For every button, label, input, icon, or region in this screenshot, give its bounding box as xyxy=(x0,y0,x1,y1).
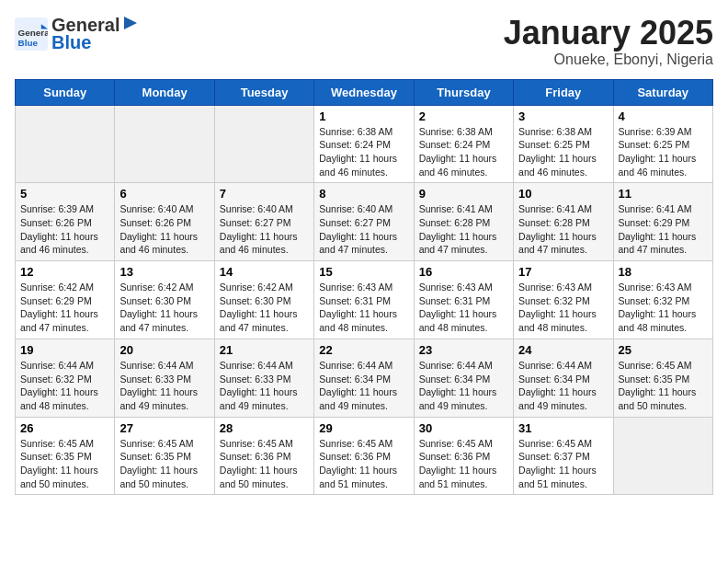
day-cell: 27Sunrise: 6:45 AM Sunset: 6:35 PM Dayli… xyxy=(115,417,214,495)
weekday-header-thursday: Thursday xyxy=(414,79,513,105)
day-info: Sunrise: 6:44 AM Sunset: 6:33 PM Dayligh… xyxy=(220,359,309,413)
day-cell: 18Sunrise: 6:43 AM Sunset: 6:32 PM Dayli… xyxy=(613,261,712,339)
page-header: General Blue General Blue January 2025 O… xyxy=(15,15,713,68)
day-cell: 13Sunrise: 6:42 AM Sunset: 6:30 PM Dayli… xyxy=(115,261,214,339)
day-cell: 26Sunrise: 6:45 AM Sunset: 6:35 PM Dayli… xyxy=(16,417,115,495)
day-cell: 30Sunrise: 6:45 AM Sunset: 6:36 PM Dayli… xyxy=(414,417,513,495)
day-number: 24 xyxy=(518,343,608,357)
calendar-table: SundayMondayTuesdayWednesdayThursdayFrid… xyxy=(15,79,713,496)
day-info: Sunrise: 6:40 AM Sunset: 6:27 PM Dayligh… xyxy=(319,202,408,257)
day-number: 13 xyxy=(119,265,209,279)
week-row-5: 26Sunrise: 6:45 AM Sunset: 6:35 PM Dayli… xyxy=(16,417,713,495)
day-number: 4 xyxy=(619,109,708,123)
calendar-title: January 2025 xyxy=(504,15,713,52)
logo-icon: General Blue xyxy=(15,17,48,51)
day-number: 12 xyxy=(20,265,109,279)
day-number: 25 xyxy=(619,343,708,357)
day-number: 2 xyxy=(419,109,508,123)
day-number: 15 xyxy=(319,265,408,279)
day-number: 1 xyxy=(319,109,408,123)
day-info: Sunrise: 6:45 AM Sunset: 6:36 PM Dayligh… xyxy=(419,437,508,491)
weekday-header-sunday: Sunday xyxy=(16,79,115,105)
day-cell: 9Sunrise: 6:41 AM Sunset: 6:28 PM Daylig… xyxy=(414,183,513,261)
day-cell: 23Sunrise: 6:44 AM Sunset: 6:34 PM Dayli… xyxy=(414,339,513,417)
day-number: 8 xyxy=(319,187,408,201)
day-info: Sunrise: 6:38 AM Sunset: 6:24 PM Dayligh… xyxy=(419,125,508,179)
day-cell: 11Sunrise: 6:41 AM Sunset: 6:29 PM Dayli… xyxy=(613,183,712,261)
weekday-header-friday: Friday xyxy=(514,79,613,105)
day-number: 14 xyxy=(220,265,309,279)
day-number: 29 xyxy=(319,421,408,435)
day-info: Sunrise: 6:44 AM Sunset: 6:34 PM Dayligh… xyxy=(319,359,408,413)
week-row-4: 19Sunrise: 6:44 AM Sunset: 6:32 PM Dayli… xyxy=(16,339,713,417)
day-number: 10 xyxy=(518,187,608,201)
day-number: 9 xyxy=(419,187,508,201)
day-info: Sunrise: 6:38 AM Sunset: 6:25 PM Dayligh… xyxy=(518,125,608,179)
day-cell xyxy=(613,417,712,495)
day-info: Sunrise: 6:44 AM Sunset: 6:33 PM Dayligh… xyxy=(119,359,209,413)
day-cell: 20Sunrise: 6:44 AM Sunset: 6:33 PM Dayli… xyxy=(115,339,214,417)
day-number: 18 xyxy=(619,265,708,279)
day-cell: 21Sunrise: 6:44 AM Sunset: 6:33 PM Dayli… xyxy=(214,339,313,417)
week-row-2: 5Sunrise: 6:39 AM Sunset: 6:26 PM Daylig… xyxy=(16,183,713,261)
day-cell: 6Sunrise: 6:40 AM Sunset: 6:26 PM Daylig… xyxy=(115,183,214,261)
logo: General Blue General Blue xyxy=(15,15,137,53)
day-info: Sunrise: 6:43 AM Sunset: 6:31 PM Dayligh… xyxy=(419,281,508,335)
day-cell: 15Sunrise: 6:43 AM Sunset: 6:31 PM Dayli… xyxy=(314,261,414,339)
day-cell: 28Sunrise: 6:45 AM Sunset: 6:36 PM Dayli… xyxy=(214,417,313,495)
day-info: Sunrise: 6:45 AM Sunset: 6:36 PM Dayligh… xyxy=(319,437,408,491)
day-info: Sunrise: 6:43 AM Sunset: 6:32 PM Dayligh… xyxy=(619,281,708,335)
day-cell: 16Sunrise: 6:43 AM Sunset: 6:31 PM Dayli… xyxy=(414,261,513,339)
day-info: Sunrise: 6:40 AM Sunset: 6:26 PM Dayligh… xyxy=(119,202,209,257)
day-info: Sunrise: 6:45 AM Sunset: 6:35 PM Dayligh… xyxy=(619,359,708,413)
day-cell: 12Sunrise: 6:42 AM Sunset: 6:29 PM Dayli… xyxy=(16,261,115,339)
day-info: Sunrise: 6:39 AM Sunset: 6:26 PM Dayligh… xyxy=(20,202,109,257)
day-info: Sunrise: 6:42 AM Sunset: 6:30 PM Dayligh… xyxy=(220,281,309,335)
day-number: 22 xyxy=(319,343,408,357)
day-cell: 25Sunrise: 6:45 AM Sunset: 6:35 PM Dayli… xyxy=(613,339,712,417)
day-info: Sunrise: 6:38 AM Sunset: 6:24 PM Dayligh… xyxy=(319,125,408,179)
day-number: 28 xyxy=(220,421,309,435)
week-row-3: 12Sunrise: 6:42 AM Sunset: 6:29 PM Dayli… xyxy=(16,261,713,339)
weekday-header-wednesday: Wednesday xyxy=(314,79,414,105)
day-cell: 14Sunrise: 6:42 AM Sunset: 6:30 PM Dayli… xyxy=(214,261,313,339)
day-info: Sunrise: 6:41 AM Sunset: 6:28 PM Dayligh… xyxy=(419,202,508,257)
day-info: Sunrise: 6:45 AM Sunset: 6:36 PM Dayligh… xyxy=(220,437,309,491)
day-info: Sunrise: 6:43 AM Sunset: 6:31 PM Dayligh… xyxy=(319,281,408,335)
day-cell: 3Sunrise: 6:38 AM Sunset: 6:25 PM Daylig… xyxy=(514,105,613,183)
day-info: Sunrise: 6:45 AM Sunset: 6:35 PM Dayligh… xyxy=(119,437,209,491)
day-number: 17 xyxy=(518,265,608,279)
day-info: Sunrise: 6:40 AM Sunset: 6:27 PM Dayligh… xyxy=(220,202,309,257)
day-number: 11 xyxy=(619,187,708,201)
day-cell xyxy=(115,105,214,183)
day-number: 7 xyxy=(220,187,309,201)
day-number: 20 xyxy=(119,343,209,357)
day-number: 27 xyxy=(119,421,209,435)
day-number: 21 xyxy=(220,343,309,357)
title-block: January 2025 Onueke, Ebonyi, Nigeria xyxy=(504,15,713,68)
svg-text:Blue: Blue xyxy=(18,38,39,48)
day-cell: 1Sunrise: 6:38 AM Sunset: 6:24 PM Daylig… xyxy=(314,105,414,183)
day-info: Sunrise: 6:41 AM Sunset: 6:28 PM Dayligh… xyxy=(518,202,608,257)
day-info: Sunrise: 6:41 AM Sunset: 6:29 PM Dayligh… xyxy=(619,202,708,257)
svg-marker-4 xyxy=(124,17,137,29)
day-number: 23 xyxy=(419,343,508,357)
day-cell: 2Sunrise: 6:38 AM Sunset: 6:24 PM Daylig… xyxy=(414,105,513,183)
weekday-header-monday: Monday xyxy=(115,79,214,105)
weekday-header-row: SundayMondayTuesdayWednesdayThursdayFrid… xyxy=(16,79,713,105)
day-cell: 22Sunrise: 6:44 AM Sunset: 6:34 PM Dayli… xyxy=(314,339,414,417)
day-number: 6 xyxy=(119,187,209,201)
day-info: Sunrise: 6:44 AM Sunset: 6:32 PM Dayligh… xyxy=(20,359,109,413)
day-cell: 24Sunrise: 6:44 AM Sunset: 6:34 PM Dayli… xyxy=(514,339,613,417)
day-info: Sunrise: 6:43 AM Sunset: 6:32 PM Dayligh… xyxy=(518,281,608,335)
week-row-1: 1Sunrise: 6:38 AM Sunset: 6:24 PM Daylig… xyxy=(16,105,713,183)
day-info: Sunrise: 6:42 AM Sunset: 6:30 PM Dayligh… xyxy=(119,281,209,335)
logo-triangle-icon xyxy=(120,15,137,31)
day-number: 26 xyxy=(20,421,109,435)
weekday-header-tuesday: Tuesday xyxy=(214,79,313,105)
day-cell: 19Sunrise: 6:44 AM Sunset: 6:32 PM Dayli… xyxy=(16,339,115,417)
day-cell: 5Sunrise: 6:39 AM Sunset: 6:26 PM Daylig… xyxy=(16,183,115,261)
day-cell: 7Sunrise: 6:40 AM Sunset: 6:27 PM Daylig… xyxy=(214,183,313,261)
day-info: Sunrise: 6:44 AM Sunset: 6:34 PM Dayligh… xyxy=(518,359,608,413)
day-cell: 31Sunrise: 6:45 AM Sunset: 6:37 PM Dayli… xyxy=(514,417,613,495)
